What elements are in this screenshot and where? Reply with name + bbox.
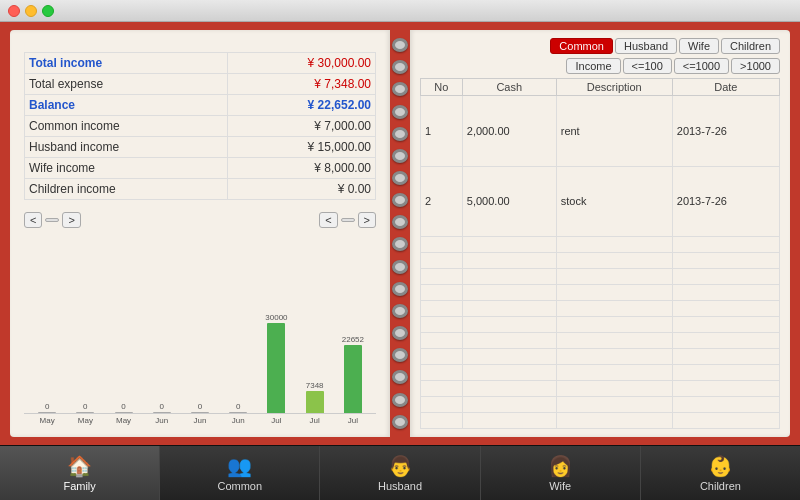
binding-ring (392, 260, 408, 274)
cell-cash: 2,000.00 (462, 96, 556, 167)
table-row[interactable]: 25,000.00stock2013-7-26 (421, 166, 780, 237)
tabbar: 🏠Family👥Common👨Husband👩Wife👶Children (0, 445, 800, 500)
col-header-date: Date (672, 79, 779, 96)
empty-row (421, 285, 780, 301)
binding-ring (392, 370, 408, 384)
tab-children[interactable]: 👶Children (641, 446, 800, 500)
main-area: Total income¥ 30,000.00Total expense¥ 7,… (0, 22, 800, 445)
tab-family[interactable]: 🏠Family (0, 446, 160, 500)
titlebar (0, 0, 800, 22)
bar-value: 22652 (342, 335, 364, 344)
binding-ring (392, 393, 408, 407)
sub-filter-1000[interactable]: >1000 (731, 58, 780, 74)
children-icon: 👶 (708, 454, 733, 478)
binding-ring (392, 304, 408, 318)
bar-group: 0 (219, 402, 257, 413)
binding-ring (392, 237, 408, 251)
by-month-next[interactable]: > (358, 212, 376, 228)
filter-btn-children[interactable]: Children (721, 38, 780, 54)
binding-ring (392, 348, 408, 362)
binding-ring (392, 326, 408, 340)
tab-wife[interactable]: 👩Wife (481, 446, 641, 500)
wife-icon: 👩 (548, 454, 573, 478)
empty-row (421, 333, 780, 349)
report-label: Wife income (25, 158, 228, 179)
bar-group: 0 (104, 402, 142, 413)
binding-ring (392, 193, 408, 207)
bar (115, 412, 133, 413)
bar (191, 412, 209, 413)
by-month-label (341, 218, 355, 222)
report-label: Total income (25, 53, 228, 74)
binding-ring (392, 149, 408, 163)
bar-month-label: May (28, 416, 66, 425)
empty-row (421, 365, 780, 381)
maximize-button[interactable] (42, 5, 54, 17)
bar (76, 412, 94, 413)
tab-husband[interactable]: 👨Husband (320, 446, 480, 500)
minimize-button[interactable] (25, 5, 37, 17)
bar-value: 7348 (306, 381, 324, 390)
bar-group: 0 (143, 402, 181, 413)
by-month-prev[interactable]: < (319, 212, 337, 228)
empty-row (421, 237, 780, 253)
col-header-cash: Cash (462, 79, 556, 96)
bar-month-label: May (104, 416, 142, 425)
filter-btn-husband[interactable]: Husband (615, 38, 677, 54)
binding-ring (392, 215, 408, 229)
empty-row (421, 253, 780, 269)
bar-month-label: Jun (219, 416, 257, 425)
bar (153, 412, 171, 413)
bar-group: 0 (66, 402, 104, 413)
bar-value: 0 (236, 402, 240, 411)
data-table: NoCashDescriptionDate 12,000.00rent2013-… (420, 78, 780, 429)
by-year-next[interactable]: > (62, 212, 80, 228)
tab-label-family: Family (63, 480, 95, 492)
tab-common[interactable]: 👥Common (160, 446, 320, 500)
empty-row (421, 381, 780, 397)
sub-filter-1000[interactable]: <=1000 (674, 58, 729, 74)
sub-filter-row: Income<=100<=1000>1000 (420, 58, 780, 74)
filter-btn-common[interactable]: Common (550, 38, 613, 54)
cell-no: 1 (421, 96, 463, 167)
report-label: Children income (25, 179, 228, 200)
close-button[interactable] (8, 5, 20, 17)
binding-ring (392, 60, 408, 74)
filter-bar: CommonHusbandWifeChildren (420, 38, 780, 54)
empty-row (421, 317, 780, 333)
bar (306, 391, 324, 413)
bar-month-label: Jul (334, 416, 372, 425)
bar-value: 0 (121, 402, 125, 411)
sub-filter-100[interactable]: <=100 (623, 58, 672, 74)
binding-ring (392, 82, 408, 96)
bar-group: 30000 (257, 313, 295, 413)
left-page: Total income¥ 30,000.00Total expense¥ 7,… (10, 30, 390, 437)
nav-row: < > < > (24, 212, 376, 228)
cell-date: 2013-7-26 (672, 166, 779, 237)
col-header-no: No (421, 79, 463, 96)
common-icon: 👥 (227, 454, 252, 478)
sub-filter-income[interactable]: Income (566, 58, 620, 74)
chart-area: 00000030000734822652 MayMayMayJunJunJunJ… (24, 234, 376, 425)
cell-date: 2013-7-26 (672, 96, 779, 167)
binding-ring (392, 38, 408, 52)
binding-ring (392, 105, 408, 119)
report-label: Balance (25, 95, 228, 116)
by-year-prev[interactable]: < (24, 212, 42, 228)
binding-ring (392, 415, 408, 429)
binding-ring (392, 127, 408, 141)
cell-cash: 5,000.00 (462, 166, 556, 237)
report-value: ¥ 30,000.00 (228, 53, 376, 74)
report-label: Husband income (25, 137, 228, 158)
cell-desc: stock (556, 166, 672, 237)
report-label: Total expense (25, 74, 228, 95)
empty-row (421, 269, 780, 285)
report-value: ¥ 8,000.00 (228, 158, 376, 179)
filter-btn-wife[interactable]: Wife (679, 38, 719, 54)
bar-month-label: Jul (296, 416, 334, 425)
table-row[interactable]: 12,000.00rent2013-7-26 (421, 96, 780, 167)
right-page: CommonHusbandWifeChildren Income<=100<=1… (410, 30, 790, 437)
empty-row (421, 301, 780, 317)
tab-label-wife: Wife (549, 480, 571, 492)
bar-group: 22652 (334, 335, 372, 413)
